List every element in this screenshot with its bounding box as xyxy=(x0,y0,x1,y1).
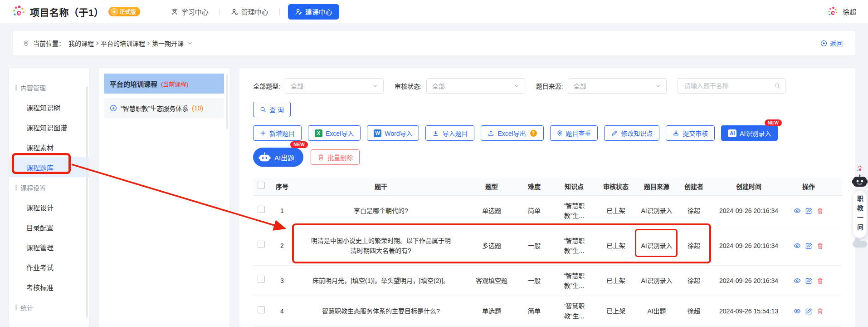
cell-created-time: 2024-09-26 20:16:34 xyxy=(710,276,787,286)
cell-knowledge: “智慧职教”生... xyxy=(552,236,596,256)
cell-stem-text: 智慧职教生态服务体系的主要目标是什么? xyxy=(322,306,440,316)
sidebar-item-course-knowledge-graph[interactable]: 课程知识图谱 xyxy=(9,117,89,137)
sidebar-item-course-question-bank[interactable]: 课程题库 xyxy=(9,157,89,177)
course-tree-label: “智慧职教”生态服务体系 xyxy=(121,104,188,113)
select-value: 全部 xyxy=(432,81,445,90)
cell-creator: 徐超 xyxy=(678,276,710,286)
breadcrumb: 当前位置： 我的课程平台的培训课程第一期开课 xyxy=(23,39,193,48)
view-icon[interactable] xyxy=(794,207,801,214)
nav-item-course-building-center[interactable]: 建课中心 xyxy=(288,4,339,20)
button-word-import[interactable]: WWord导入 xyxy=(367,125,419,141)
filter-select-question-type[interactable]: 全部 xyxy=(285,78,384,94)
nav-item-admin-center[interactable]: 管理中心 xyxy=(228,4,271,20)
view-icon[interactable] xyxy=(794,277,801,284)
edit-icon[interactable] xyxy=(805,208,812,214)
row-checkbox[interactable] xyxy=(258,306,265,313)
chevron-down-icon[interactable] xyxy=(655,83,661,89)
sidebar-item-course-design[interactable]: 课程设计 xyxy=(9,197,89,217)
version-badge: ★ 正式版 xyxy=(108,7,140,16)
cell-no: 4 xyxy=(269,306,295,316)
current-course-name: 平台的培训课程 xyxy=(110,79,157,89)
query-button[interactable]: 查 询 xyxy=(253,102,291,117)
current-course-item[interactable]: 平台的培训课程 (当前课程) xyxy=(104,74,224,94)
delete-icon[interactable] xyxy=(817,243,824,249)
sidebar-item-catalog-config[interactable]: 目录配置 xyxy=(9,217,89,237)
select-all-checkbox[interactable] xyxy=(258,182,265,189)
sidebar-item-course-materials[interactable]: 课程素材 xyxy=(9,137,89,157)
cell-operations xyxy=(787,242,830,249)
delete-icon[interactable] xyxy=(817,308,824,315)
edit-icon[interactable] xyxy=(805,243,812,249)
circle-plus-icon[interactable] xyxy=(110,104,117,112)
row-checkbox[interactable] xyxy=(258,206,265,213)
sidebar-section-content-management: 内容管理 xyxy=(15,81,89,94)
button-ai-recognition-entry[interactable]: AiAI识别录入NEW xyxy=(721,125,778,141)
person-study-icon xyxy=(171,8,178,15)
course-tree-item[interactable]: “智慧职教”生态服务体系 (10) xyxy=(104,98,224,118)
view-icon[interactable] xyxy=(794,242,801,249)
sidebar-item-course-knowledge-tree[interactable]: 课程知识树 xyxy=(9,97,89,117)
cell-knowledge: “智慧职教”生... xyxy=(552,301,596,321)
filter-select-question-source[interactable]: 全部 xyxy=(568,78,667,94)
button-submit-review[interactable]: 提交审核 xyxy=(666,125,715,141)
nav-item-learning-center[interactable]: 学习中心 xyxy=(168,4,211,20)
search-input[interactable] xyxy=(683,82,770,90)
filter-label: 审核状态: xyxy=(395,81,422,90)
button-excel-import[interactable]: XExcel导入 xyxy=(308,125,361,141)
chevron-down-icon[interactable] xyxy=(372,83,378,89)
sparkle-icon: ※ xyxy=(557,130,563,137)
button-batch-delete[interactable]: 批量删除 xyxy=(311,149,360,165)
button-add-question[interactable]: 新增题目 xyxy=(253,125,302,141)
search-box xyxy=(678,78,785,94)
assistant-robot-icon[interactable] xyxy=(852,174,868,188)
table-header-row: 序号题干题型难度知识点审核状态题目来源创建者创建时间操作 xyxy=(253,178,842,196)
new-badge: NEW xyxy=(290,141,308,148)
button-excel-export[interactable]: Excel导出? xyxy=(481,125,543,141)
user-info[interactable]: e 徐超 xyxy=(827,6,856,18)
cell-difficulty: 简单 xyxy=(516,206,552,216)
column-header: 题干 xyxy=(295,182,467,192)
sidebar-item-assessment-standard[interactable]: 考核标准 xyxy=(9,277,89,297)
person-edit-icon xyxy=(295,8,302,15)
search-icon[interactable] xyxy=(774,83,780,89)
back-arrow-icon xyxy=(820,40,827,47)
sidebar-item-homework-exam[interactable]: 作业考试 xyxy=(9,257,89,277)
column-header: 知识点 xyxy=(552,182,596,192)
delete-icon[interactable] xyxy=(817,277,824,284)
person-gear-icon xyxy=(231,8,238,15)
cell-operations xyxy=(787,277,830,284)
column-header: 创建者 xyxy=(678,182,710,192)
row-checkbox[interactable] xyxy=(258,241,265,248)
sidebar-item-course-management[interactable]: 课程管理 xyxy=(9,237,89,257)
edit-icon[interactable] xyxy=(805,308,812,315)
breadcrumb-item[interactable]: 我的课程 xyxy=(68,40,94,47)
location-pin-icon xyxy=(23,40,29,47)
help-icon[interactable]: ? xyxy=(530,130,537,137)
chevron-right-icon xyxy=(95,41,100,46)
back-button[interactable]: 返回 xyxy=(818,38,845,48)
button-ai-generate[interactable]: AI出题NEW xyxy=(253,148,303,167)
column-header: 难度 xyxy=(516,182,552,192)
svg-text:e: e xyxy=(859,167,862,172)
cell-knowledge: “智慧职教”生... xyxy=(552,271,596,291)
button-modify-knowledge-point[interactable]: 修改知识点 xyxy=(604,125,659,141)
filter-select-audit-status[interactable]: 全部 xyxy=(426,78,525,94)
cell-source: AI出题 xyxy=(636,306,678,316)
edit-icon[interactable] xyxy=(805,277,812,284)
breadcrumb-item[interactable]: 平台的培训课程 xyxy=(101,40,145,47)
assistant-pill[interactable]: 职教一问 xyxy=(853,191,867,238)
view-icon[interactable] xyxy=(794,307,801,315)
row-checkbox[interactable] xyxy=(258,276,265,283)
button-import-questions[interactable]: 导入题目 xyxy=(425,125,474,141)
assistant-label: 职教一问 xyxy=(855,195,864,233)
breadcrumb-item[interactable]: 第一期开课 xyxy=(152,40,184,47)
cell-difficulty: 一般 xyxy=(516,276,552,286)
chevron-down-icon[interactable] xyxy=(187,40,193,46)
user-name: 徐超 xyxy=(843,7,856,16)
button-label: 批量删除 xyxy=(327,153,353,162)
column-header: 题型 xyxy=(467,182,516,192)
button-duplicate-check[interactable]: ※题目查重 xyxy=(550,125,598,141)
delete-icon[interactable] xyxy=(817,208,824,214)
chevron-down-icon[interactable] xyxy=(514,83,519,89)
button-label: 导入题目 xyxy=(442,129,468,138)
